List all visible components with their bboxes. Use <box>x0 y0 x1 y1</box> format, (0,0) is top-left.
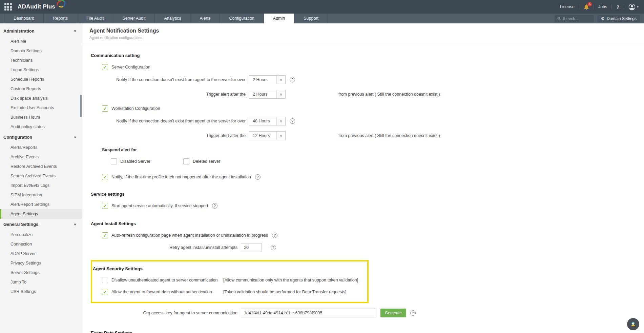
sidebar-nav: Administration▾Alert MeDomain SettingsTe… <box>0 25 82 296</box>
disabled-server-checkbox[interactable] <box>111 158 117 164</box>
nav-tabs: DashboardReportsFile AuditServer AuditAn… <box>4 14 328 23</box>
sidebar-item-adap-server[interactable]: ADAP Server <box>0 249 82 258</box>
sidebar-group-administration[interactable]: Administration▾ <box>0 25 82 37</box>
select-value: 48 Hours <box>249 117 276 125</box>
first-time-profile-row: Notify, If the first-time profile fetch … <box>102 174 644 180</box>
tab-support[interactable]: Support <box>294 14 328 23</box>
org-access-key-input[interactable] <box>241 309 376 317</box>
notifications-bell-icon[interactable]: 5 <box>584 4 589 10</box>
workstation-configuration-checkbox[interactable] <box>102 105 108 112</box>
start-agent-service-checkbox[interactable] <box>102 203 108 209</box>
page-title: Agent Notification Settings <box>89 28 644 34</box>
tab-dashboard[interactable]: Dashboard <box>4 14 44 23</box>
workstation-trigger-interval-select[interactable]: 12 Hours ∨ <box>249 131 286 140</box>
help-circle-icon[interactable]: ? <box>271 245 276 250</box>
server-trigger-interval-select[interactable]: 2 Hours ∨ <box>249 90 286 99</box>
sidebar-item-domain-settings[interactable]: Domain Settings <box>0 46 82 56</box>
chat-support-button[interactable] <box>627 318 639 330</box>
help-icon[interactable]: ? <box>616 4 619 10</box>
agent-security-settings-heading: Agent Security Settings <box>93 266 367 271</box>
sidebar-item-audit-policy-status[interactable]: Audit policy status <box>0 122 82 132</box>
sidebar-group-label: Configuration <box>3 135 32 140</box>
sidebar-item-personalize[interactable]: Personalize <box>0 230 82 239</box>
workstation-trigger-label: Trigger alert after the <box>91 133 246 138</box>
search-box[interactable] <box>555 15 594 22</box>
divider <box>579 4 579 9</box>
sidebar-item-schedule-reports[interactable]: Schedule Reports <box>0 75 82 84</box>
server-notify-label: Notify If the connection doesn't exist f… <box>91 77 246 82</box>
sidebar-item-technicians[interactable]: Technicians <box>0 56 82 65</box>
chevron-down-icon: ▾ <box>74 29 76 33</box>
auto-refresh-checkbox[interactable] <box>102 232 108 238</box>
sidebar-item-server-settings[interactable]: Server Settings <box>0 268 82 277</box>
sidebar-item-search-archived-events[interactable]: Search Archived Events <box>0 171 82 181</box>
sidebar-item-import-evt-evtx-logs[interactable]: Import Evt/Evtx Logs <box>0 181 82 190</box>
deleted-server-checkbox[interactable] <box>183 158 189 164</box>
tab-alerts[interactable]: Alerts <box>190 14 220 23</box>
jobs-link[interactable]: Jobs <box>598 4 607 9</box>
settings-form: Communication setting Server Configurati… <box>82 44 644 333</box>
sidebar-scrollbar[interactable] <box>80 95 82 117</box>
tab-server-audit[interactable]: Server Audit <box>113 14 155 23</box>
tab-admin[interactable]: Admin <box>264 14 294 23</box>
tab-configuration[interactable]: Configuration <box>220 14 264 23</box>
sidebar-item-agent-settings[interactable]: Agent Settings <box>0 209 82 219</box>
help-circle-icon[interactable]: ? <box>290 118 295 124</box>
help-circle-icon[interactable]: ? <box>272 233 277 238</box>
retry-attempts-label: Retry agent install/uninstall attempts <box>91 245 237 250</box>
disallow-unauthenticated-checkbox[interactable] <box>102 277 108 283</box>
auto-refresh-row: Auto-refresh configuration page when age… <box>102 232 644 238</box>
help-circle-icon[interactable]: ? <box>255 174 261 180</box>
sidebar-group-label: Administration <box>3 28 35 34</box>
sidebar-item-jump-to[interactable]: Jump To <box>0 277 82 287</box>
allow-note: [Token validation should be performed fo… <box>223 290 346 294</box>
sidebar-item-privacy-settings[interactable]: Privacy Settings <box>0 258 82 268</box>
server-configuration-checkbox[interactable] <box>102 64 108 70</box>
sidebar-item-alert-report-settings[interactable]: Alert/Report Settings <box>0 200 82 209</box>
sidebar-item-alert-me[interactable]: Alert Me <box>0 37 82 46</box>
sidebar-item-usr-settings[interactable]: USR Settings <box>0 287 82 296</box>
sidebar-item-business-hours[interactable]: Business Hours <box>0 113 82 122</box>
help-circle-icon[interactable]: ? <box>290 77 295 82</box>
sidebar-item-connection[interactable]: Connection <box>0 239 82 249</box>
help-circle-icon[interactable]: ? <box>212 203 217 209</box>
tab-file-audit[interactable]: File Audit <box>77 14 113 23</box>
select-value: 2 Hours <box>249 90 276 98</box>
sidebar-item-siem-integration[interactable]: SIEM Integration <box>0 190 82 200</box>
divider <box>611 4 612 9</box>
user-menu[interactable]: ▾ <box>628 3 639 11</box>
domain-settings-button[interactable]: ⚙ Domain Settings <box>597 15 640 22</box>
help-circle-icon[interactable]: ? <box>410 310 416 316</box>
workstation-notify-label: Notify If the connection doesn't exist f… <box>91 119 246 123</box>
chevron-down-icon: ∨ <box>276 76 285 84</box>
agent-install-settings-heading: Agent Install Settings <box>91 221 644 226</box>
chevron-down-icon: ∨ <box>276 117 285 125</box>
sidebar-item-custom-reports[interactable]: Custom Reports <box>0 84 82 94</box>
allow-forward-data-label: Allow the agent to forward data without … <box>111 290 223 294</box>
sidebar-item-alerts-reports[interactable]: Alerts/Reports <box>0 143 82 152</box>
workstation-notify-interval-select[interactable]: 48 Hours ∨ <box>249 117 286 125</box>
sidebar-item-exclude-user-accounts[interactable]: Exclude User Accounts <box>0 103 82 113</box>
sidebar-item-logon-settings[interactable]: Logon Settings <box>0 65 82 75</box>
server-trigger-label: Trigger alert after the <box>91 92 246 97</box>
license-link[interactable]: License <box>560 4 575 9</box>
sidebar-group-label: General Settings <box>3 222 38 227</box>
sidebar-item-archive-events[interactable]: Archive Events <box>0 152 82 162</box>
sidebar-group-configuration[interactable]: Configuration▾ <box>0 132 82 143</box>
select-value: 2 Hours <box>249 76 276 84</box>
top-right-actions: License 5 Jobs ? ▾ <box>560 3 639 11</box>
sidebar-group-general-settings[interactable]: General Settings▾ <box>0 219 82 230</box>
generate-button[interactable]: Generate <box>380 309 406 317</box>
avatar-icon <box>628 3 636 11</box>
brand-logo-swirl-icon <box>56 0 66 10</box>
search-input[interactable] <box>563 17 591 21</box>
server-notify-interval-select[interactable]: 2 Hours ∨ <box>249 75 286 84</box>
tab-reports[interactable]: Reports <box>44 14 77 23</box>
retry-attempts-input[interactable] <box>241 243 262 252</box>
allow-forward-data-checkbox[interactable] <box>102 289 108 295</box>
sidebar-item-restore-archived-events[interactable]: Restore Archived Events <box>0 162 82 171</box>
tab-analytics[interactable]: Analytics <box>155 14 190 23</box>
sidebar-item-disk-space-analysis[interactable]: Disk space analysis <box>0 94 82 103</box>
first-time-profile-checkbox[interactable] <box>102 174 108 180</box>
app-grid-icon[interactable] <box>4 3 12 11</box>
